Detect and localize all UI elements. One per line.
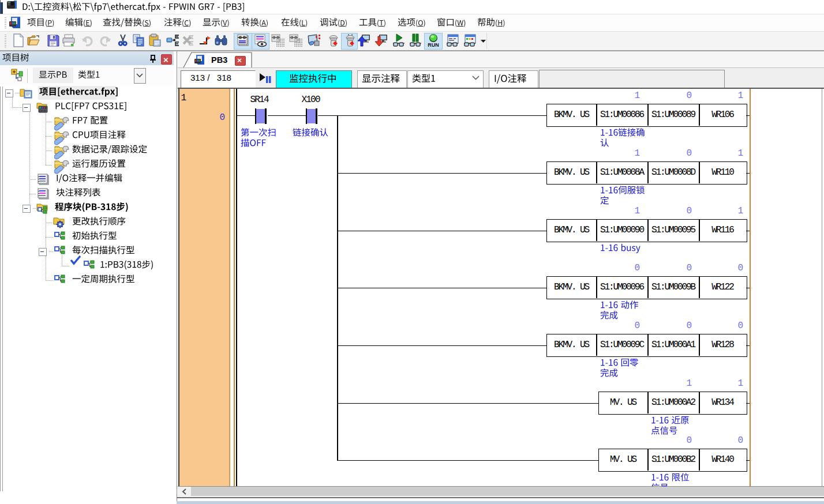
svg-text:RUN: RUN — [428, 42, 439, 47]
